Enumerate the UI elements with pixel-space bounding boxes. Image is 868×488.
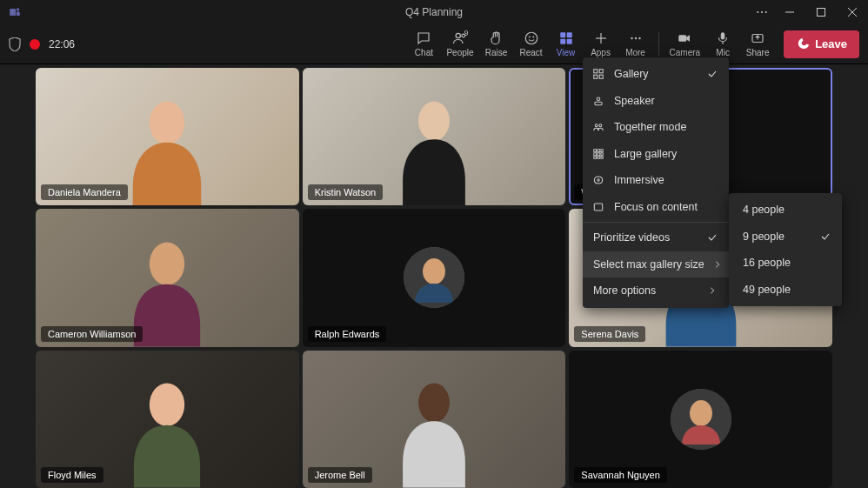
menu-label: Select max gallery size <box>591 258 704 271</box>
submenu-label: 16 people <box>743 257 811 269</box>
menu-item-focus[interactable]: Focus on content <box>583 194 729 221</box>
svg-point-7 <box>456 33 460 37</box>
view-dropdown-menu: Gallery Speaker Together mode Large gall… <box>583 57 729 308</box>
view-button[interactable]: View <box>549 27 584 62</box>
more-label: More <box>625 48 645 57</box>
svg-rect-21 <box>679 35 687 42</box>
react-label: React <box>519 48 542 57</box>
svg-point-38 <box>597 97 600 101</box>
immersive-icon <box>591 173 605 187</box>
chevron-right-icon <box>713 260 722 269</box>
maximize-button[interactable] <box>805 0 837 24</box>
mic-button[interactable]: Mic <box>705 27 740 62</box>
menu-item-speaker[interactable]: Speaker <box>583 88 729 115</box>
menu-label: Gallery <box>614 68 698 80</box>
svg-point-24 <box>150 101 184 144</box>
svg-rect-43 <box>598 150 600 152</box>
menu-item-select-max[interactable]: Select max gallery size <box>583 251 729 278</box>
more-button[interactable]: More <box>618 27 653 62</box>
chevron-right-icon <box>706 286 718 295</box>
view-label: View <box>557 48 576 57</box>
people-label: People <box>446 48 473 57</box>
people-button[interactable]: 9 People <box>441 27 478 62</box>
menu-item-prioritize[interactable]: Prioritize videos <box>583 224 729 251</box>
submenu-item-9[interactable]: 9 people <box>729 224 842 251</box>
submenu-item-49[interactable]: 49 people <box>729 277 842 304</box>
participant-tile[interactable]: Kristin Watson <box>303 68 566 205</box>
chat-button[interactable]: Chat <box>406 27 441 62</box>
react-icon <box>524 30 539 46</box>
svg-rect-0 <box>10 9 16 16</box>
leave-label: Leave <box>815 37 847 50</box>
check-icon <box>819 231 831 242</box>
overflow-dots-button[interactable]: ⋯ <box>750 0 774 24</box>
menu-item-together[interactable]: Together mode <box>583 114 729 141</box>
menu-item-gallery[interactable]: Gallery <box>583 61 729 88</box>
menu-item-more-options[interactable]: More options <box>583 277 729 304</box>
meeting-timer: 22:06 <box>49 38 75 50</box>
participant-tile[interactable]: Ralph Edwards <box>303 209 566 346</box>
svg-rect-34 <box>594 70 598 73</box>
participant-name: Jerome Bell <box>308 467 372 483</box>
apps-icon <box>593 30 609 46</box>
speaker-icon <box>591 94 605 108</box>
minimize-button[interactable] <box>774 0 805 24</box>
participant-avatar <box>404 247 464 308</box>
meeting-toolbar: 22:06 Chat 9 People Raise React View App… <box>0 24 868 64</box>
camera-button[interactable]: Camera <box>664 27 706 62</box>
svg-rect-37 <box>599 75 603 78</box>
participant-tile[interactable]: Jerome Bell <box>303 351 566 488</box>
svg-rect-52 <box>594 204 602 211</box>
svg-rect-12 <box>560 32 565 37</box>
submenu-label: 9 people <box>743 231 811 243</box>
more-icon <box>628 30 644 46</box>
recording-indicator-icon <box>30 39 40 50</box>
close-button[interactable] <box>837 0 868 24</box>
apps-button[interactable]: Apps <box>584 27 618 62</box>
raise-hand-button[interactable]: Raise <box>479 27 514 62</box>
participant-avatar <box>671 389 731 450</box>
svg-point-18 <box>631 37 632 39</box>
submenu-item-4[interactable]: 4 people <box>729 197 842 224</box>
react-button[interactable]: React <box>514 27 549 62</box>
svg-point-9 <box>525 32 537 44</box>
shield-icon <box>9 37 21 51</box>
share-button[interactable]: Share <box>740 27 775 62</box>
participant-tile[interactable]: Daniela Mandera <box>36 68 299 205</box>
participant-tile[interactable]: Cameron Williamson <box>36 209 299 346</box>
participant-tile[interactable]: Floyd Miles <box>36 351 299 488</box>
participant-name: Kristin Watson <box>308 184 384 200</box>
participant-name: Daniela Mandera <box>41 184 128 200</box>
raise-label: Raise <box>485 48 508 57</box>
svg-rect-45 <box>594 153 597 156</box>
svg-rect-48 <box>594 157 597 158</box>
gallery-size-submenu: 4 people 9 people 16 people 49 people <box>729 193 842 306</box>
gallery-icon <box>591 67 605 81</box>
menu-label: Focus on content <box>614 201 698 213</box>
together-icon <box>591 120 605 134</box>
toolbar-separator <box>658 32 659 57</box>
svg-point-31 <box>418 384 450 423</box>
svg-point-41 <box>599 124 602 127</box>
mic-label: Mic <box>716 48 730 57</box>
menu-item-immersive[interactable]: Immersive <box>583 167 729 194</box>
apps-label: Apps <box>591 48 611 57</box>
camera-icon <box>677 30 692 46</box>
svg-point-33 <box>690 400 712 426</box>
svg-rect-36 <box>594 75 598 78</box>
menu-label: Together mode <box>614 121 698 133</box>
participant-name: Savannah Nguyen <box>574 467 667 483</box>
camera-label: Camera <box>670 48 701 57</box>
share-label: Share <box>746 48 770 57</box>
submenu-item-16[interactable]: 16 people <box>729 250 842 277</box>
menu-separator <box>583 222 729 223</box>
participant-tile[interactable]: Savannah Nguyen <box>569 351 832 488</box>
svg-rect-39 <box>595 102 602 105</box>
svg-rect-50 <box>601 157 603 158</box>
svg-point-19 <box>634 37 636 39</box>
leave-button[interactable]: Leave <box>784 30 859 58</box>
svg-rect-47 <box>601 153 603 156</box>
raise-hand-icon <box>489 30 504 46</box>
menu-item-large-gallery[interactable]: Large gallery <box>583 141 729 168</box>
menu-label: Immersive <box>614 174 698 186</box>
